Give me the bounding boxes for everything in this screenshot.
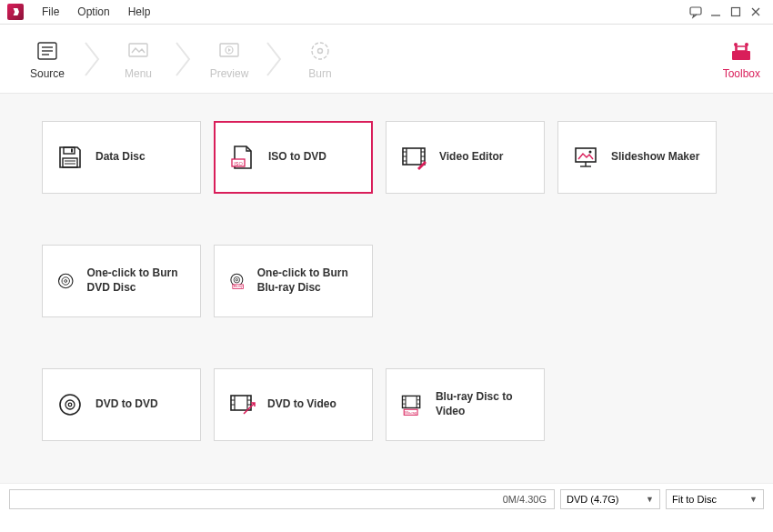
disc-usage-bar: 0M/4.30G: [9, 489, 555, 509]
disc-type-select[interactable]: DVD (4.7G) ▼: [560, 489, 660, 509]
step-burn[interactable]: Burn: [286, 28, 355, 90]
svg-point-49: [65, 400, 75, 409]
tool-bluray-to-video[interactable]: Blu-ray Blu-ray Disc to Video: [386, 368, 545, 441]
tool-video-editor[interactable]: Video Editor: [386, 121, 545, 194]
svg-text:ISO: ISO: [234, 161, 243, 166]
svg-rect-0: [690, 7, 701, 15]
chevron-right-icon: [175, 41, 193, 77]
svg-rect-51: [231, 396, 251, 410]
step-menu[interactable]: Menu: [104, 28, 173, 90]
svg-rect-22: [63, 158, 77, 167]
svg-rect-9: [129, 44, 147, 56]
workspace: Data Disc ISO ISO to DVD Video Editor Sl…: [0, 94, 773, 483]
svg-text:Blu-ray: Blu-ray: [234, 285, 243, 288]
tool-slideshow-maker[interactable]: Slideshow Maker: [557, 121, 717, 194]
svg-point-41: [62, 277, 69, 285]
tool-label: DVD to Video: [267, 397, 336, 412]
video-editor-icon: [399, 143, 428, 172]
film-convert-icon: [227, 390, 256, 419]
step-label: Preview: [210, 67, 249, 80]
tool-label: DVD to DVD: [95, 397, 158, 412]
svg-rect-36: [576, 148, 596, 162]
chevron-right-icon: [84, 41, 102, 77]
status-bar: 0M/4.30G DVD (4.7G) ▼ Fit to Disc ▼: [0, 483, 773, 514]
tool-label: ISO to DVD: [268, 150, 326, 165]
svg-rect-14: [732, 51, 750, 60]
svg-rect-2: [732, 8, 740, 16]
burn-icon: [307, 38, 333, 64]
menu-icon: [125, 38, 151, 64]
disc-icon: [55, 390, 85, 419]
svg-rect-20: [64, 147, 75, 154]
svg-rect-15: [737, 46, 746, 51]
fit-mode-value: Fit to Disc: [672, 494, 717, 505]
svg-point-50: [68, 403, 72, 407]
svg-rect-21: [71, 149, 73, 153]
close-button[interactable]: [746, 2, 766, 22]
tool-dvd-to-video[interactable]: DVD to Video: [214, 368, 373, 441]
tool-iso-to-dvd[interactable]: ISO ISO to DVD: [214, 121, 373, 194]
svg-point-12: [312, 43, 328, 59]
bluray-burn-icon: Blu-ray: [227, 266, 246, 296]
svg-point-43: [231, 274, 243, 286]
tool-label: Blu-ray Disc to Video: [436, 390, 531, 418]
step-source[interactable]: Source: [13, 28, 82, 90]
toolbox-label: Toolbox: [723, 67, 760, 80]
tool-oneclick-dvd[interactable]: One-click to Burn DVD Disc: [42, 245, 201, 317]
step-label: Burn: [308, 67, 331, 80]
menu-file[interactable]: File: [33, 5, 68, 18]
svg-point-37: [589, 151, 592, 154]
svg-point-44: [234, 276, 239, 282]
bluray-convert-icon: Blu-ray: [399, 390, 425, 419]
tool-grid: Data Disc ISO ISO to DVD Video Editor Sl…: [42, 121, 731, 441]
minimize-button[interactable]: [706, 2, 726, 22]
svg-point-45: [236, 279, 237, 281]
tool-label: Slideshow Maker: [611, 150, 699, 165]
tool-label: Data Disc: [95, 150, 146, 165]
tool-label: Video Editor: [439, 150, 503, 165]
floppy-disk-icon: [55, 143, 85, 172]
disc-type-value: DVD (4.7G): [567, 494, 618, 505]
svg-point-48: [60, 395, 80, 415]
svg-point-42: [65, 280, 67, 283]
menu-help[interactable]: Help: [119, 5, 160, 18]
tool-dvd-to-dvd[interactable]: DVD to DVD: [42, 368, 201, 441]
tool-oneclick-bluray[interactable]: Blu-ray One-click to Burn Blu-ray Disc: [214, 245, 373, 317]
app-logo-icon: [7, 4, 24, 20]
feedback-icon[interactable]: [686, 2, 706, 22]
chevron-down-icon: ▼: [646, 495, 654, 504]
menu-option[interactable]: Option: [68, 5, 118, 18]
toolbox-icon: [728, 38, 755, 64]
svg-point-13: [318, 48, 323, 53]
chevron-down-icon: ▼: [749, 495, 758, 504]
tool-label: One-click to Burn DVD Disc: [86, 266, 187, 295]
disc-burn-icon: [55, 266, 75, 296]
step-preview[interactable]: Preview: [195, 28, 264, 90]
fit-mode-select[interactable]: Fit to Disc ▼: [666, 489, 764, 509]
maximize-button[interactable]: [726, 2, 746, 22]
step-label: Source: [30, 67, 65, 80]
slideshow-icon: [571, 143, 600, 172]
chevron-right-icon: [266, 41, 284, 77]
tool-data-disc[interactable]: Data Disc: [42, 121, 201, 194]
step-bar: Source Menu Preview Burn Toolbox: [0, 25, 773, 94]
titlebar: File Option Help: [0, 0, 773, 25]
source-icon: [35, 38, 60, 64]
disc-usage-text: 0M/4.30G: [503, 494, 547, 505]
iso-file-icon: ISO: [228, 143, 257, 172]
svg-rect-58: [402, 396, 419, 407]
svg-text:Blu-ray: Blu-ray: [405, 410, 417, 415]
preview-icon: [216, 38, 242, 64]
tool-label: One-click to Burn Blu-ray Disc: [257, 266, 359, 295]
toolbox-button[interactable]: Toolbox: [723, 38, 760, 80]
step-label: Menu: [125, 67, 152, 80]
